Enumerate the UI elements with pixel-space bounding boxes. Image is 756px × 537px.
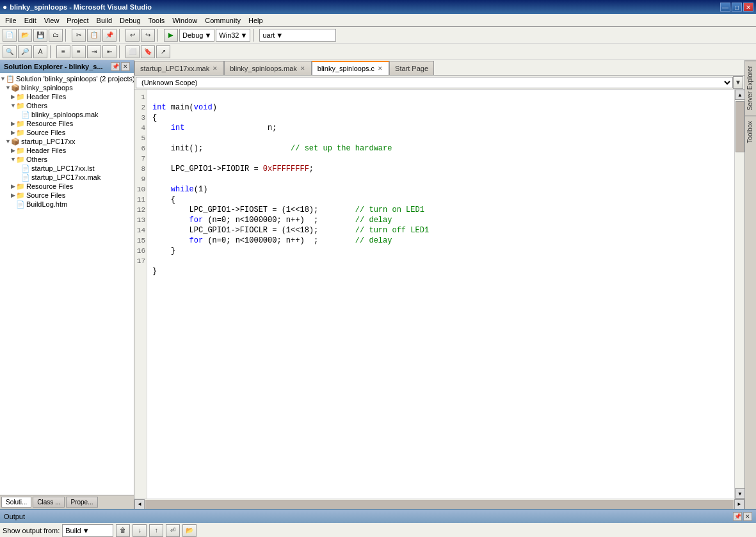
- tree-item-14[interactable]: 📄BuildLog.htm: [0, 200, 134, 209]
- tab-0[interactable]: startup_LPC17xx.mak✕: [134, 61, 224, 75]
- tree-item-8[interactable]: ▶📁Header Files: [0, 146, 134, 155]
- tb2-btn5[interactable]: ≡: [72, 45, 86, 58]
- menu-item-window[interactable]: Window: [168, 15, 201, 26]
- scroll-left[interactable]: ◄: [134, 499, 145, 509]
- cut-btn[interactable]: ✂: [72, 29, 86, 42]
- clear-output-btn[interactable]: 🗑: [116, 524, 130, 537]
- tree-item-2[interactable]: ▶📁Header Files: [0, 92, 134, 101]
- code-content[interactable]: int main(void){ int n; init(); // set up…: [147, 90, 734, 499]
- server-explorer-tab[interactable]: Server Explorer: [745, 60, 756, 115]
- tree-expand-12[interactable]: ▶: [10, 184, 16, 189]
- tree-item-4[interactable]: 📄blinky_spinloops.mak: [0, 110, 134, 119]
- tree-item-6[interactable]: ▶📁Source Files: [0, 128, 134, 137]
- bottom-close-btn[interactable]: ✕: [743, 512, 752, 521]
- word-wrap-btn[interactable]: ⏎: [166, 524, 180, 537]
- tab-1[interactable]: blinky_spinloops.mak✕: [224, 61, 312, 75]
- se-close-btn[interactable]: ✕: [121, 62, 130, 71]
- open-btn[interactable]: 📂: [18, 29, 32, 42]
- tree-icon-6: 📁: [16, 129, 25, 136]
- menu-item-edit[interactable]: Edit: [20, 15, 40, 26]
- tree-expand-8[interactable]: ▶: [10, 148, 16, 154]
- se-btab-0[interactable]: Soluti...: [1, 497, 31, 508]
- tree-item-11[interactable]: 📄startup_LPC17xx.mak: [0, 173, 134, 182]
- undo-btn[interactable]: ↩: [125, 29, 140, 42]
- tab-3[interactable]: Start Page: [389, 61, 434, 75]
- paste-btn[interactable]: 📌: [102, 29, 117, 42]
- tab-close-0[interactable]: ✕: [212, 65, 218, 72]
- menu-item-help[interactable]: Help: [245, 15, 267, 26]
- tab-label: startup_LPC17xx.mak: [140, 65, 209, 72]
- se-pin-btn[interactable]: 📌: [111, 62, 120, 71]
- new-file-btn[interactable]: 📄: [3, 29, 17, 42]
- scroll-down[interactable]: ▼: [735, 488, 744, 499]
- save-all-btn[interactable]: 🗂: [49, 29, 63, 42]
- close-button[interactable]: ✕: [743, 3, 753, 12]
- tree-expand-9[interactable]: ▼: [10, 157, 16, 163]
- open-file-btn[interactable]: 📂: [182, 524, 197, 537]
- tree-item-5[interactable]: ▶📁Resource Files: [0, 119, 134, 128]
- platform-dropdown[interactable]: Win32 ▼: [216, 29, 250, 42]
- start-btn[interactable]: ▶: [164, 29, 178, 42]
- scroll-up[interactable]: ▲: [735, 90, 744, 100]
- find-next-btn[interactable]: ↓: [133, 524, 147, 537]
- tab-2[interactable]: blinky_spinloops.c✕: [312, 61, 389, 75]
- tb2-btn7[interactable]: ⇤: [102, 45, 117, 58]
- tree-expand-7[interactable]: ▼: [5, 139, 11, 145]
- se-btab-2[interactable]: Prope...: [66, 497, 97, 508]
- scope-arrow[interactable]: ▼: [733, 76, 743, 89]
- output-source-dropdown[interactable]: Build ▼: [62, 524, 113, 537]
- tree-item-1[interactable]: ▼📦blinky_spinloops: [0, 83, 134, 92]
- tree-label-9: Others: [26, 156, 47, 163]
- scroll-thumb[interactable]: [736, 101, 744, 152]
- h-scrollbar[interactable]: ◄ ►: [134, 499, 744, 509]
- tree-item-3[interactable]: ▼📁Others: [0, 101, 134, 110]
- menu-item-debug[interactable]: Debug: [116, 15, 144, 26]
- tb2-btn9[interactable]: 🔖: [141, 45, 155, 58]
- menu-item-tools[interactable]: Tools: [145, 15, 169, 26]
- tree-expand-2[interactable]: ▶: [10, 94, 16, 100]
- maximize-button[interactable]: □: [732, 3, 742, 12]
- tree-item-0[interactable]: ▼📋Solution 'blinky_spinloops' (2 project…: [0, 74, 134, 83]
- tb2-btn2[interactable]: 🔎: [18, 45, 32, 58]
- copy-btn[interactable]: 📋: [87, 29, 101, 42]
- menu-item-project[interactable]: Project: [63, 15, 92, 26]
- editor-vscroll[interactable]: ▲ ▼: [734, 90, 744, 499]
- tree-expand-6[interactable]: ▶: [10, 130, 16, 136]
- scroll-track[interactable]: [735, 100, 744, 488]
- tb2-btn6[interactable]: ⇥: [87, 45, 101, 58]
- tree-expand-1[interactable]: ▼: [5, 85, 11, 91]
- scope-dropdown[interactable]: (Unknown Scope): [136, 77, 733, 88]
- tree-item-13[interactable]: ▶📁Source Files: [0, 191, 134, 200]
- tab-close-2[interactable]: ✕: [377, 65, 383, 72]
- toolbox-tab[interactable]: Toolbox: [745, 115, 756, 148]
- tree-item-10[interactable]: 📄startup_LPC17xx.lst: [0, 164, 134, 173]
- tab-close-1[interactable]: ✕: [300, 65, 306, 72]
- save-btn[interactable]: 💾: [33, 29, 47, 42]
- tree-item-7[interactable]: ▼📦startup_LPC17xx: [0, 137, 134, 146]
- se-btab-1[interactable]: Class ...: [33, 497, 65, 508]
- tree-item-12[interactable]: ▶📁Resource Files: [0, 182, 134, 191]
- tree-expand-0[interactable]: ▼: [0, 76, 6, 82]
- h-scroll-thumb[interactable]: [145, 500, 734, 509]
- tree-expand-3[interactable]: ▼: [10, 103, 16, 109]
- redo-btn[interactable]: ↪: [141, 29, 155, 42]
- target-dropdown[interactable]: uart ▼: [259, 29, 336, 42]
- tb2-btn3[interactable]: A: [33, 45, 47, 58]
- tb2-btn8[interactable]: ⬜: [125, 45, 140, 58]
- tb2-btn4[interactable]: ≡: [56, 45, 70, 58]
- scroll-right[interactable]: ►: [734, 499, 744, 509]
- menu-item-view[interactable]: View: [40, 15, 63, 26]
- tree-item-9[interactable]: ▼📁Others: [0, 155, 134, 164]
- tree-expand-5[interactable]: ▶: [10, 121, 16, 127]
- code-editor[interactable]: 1234567891011121314151617 int main(void)…: [134, 90, 744, 499]
- find-prev-btn[interactable]: ↑: [149, 524, 163, 537]
- menu-item-file[interactable]: File: [1, 15, 20, 26]
- config-dropdown[interactable]: Debug ▼: [179, 29, 214, 42]
- menu-item-community[interactable]: Community: [201, 15, 245, 26]
- tb2-btn10[interactable]: ↗: [156, 45, 170, 58]
- tree-expand-13[interactable]: ▶: [10, 193, 16, 198]
- bottom-pin-btn[interactable]: 📌: [733, 512, 742, 521]
- tb2-btn1[interactable]: 🔍: [3, 45, 17, 58]
- menu-item-build[interactable]: Build: [93, 15, 116, 26]
- minimize-button[interactable]: —: [720, 3, 730, 12]
